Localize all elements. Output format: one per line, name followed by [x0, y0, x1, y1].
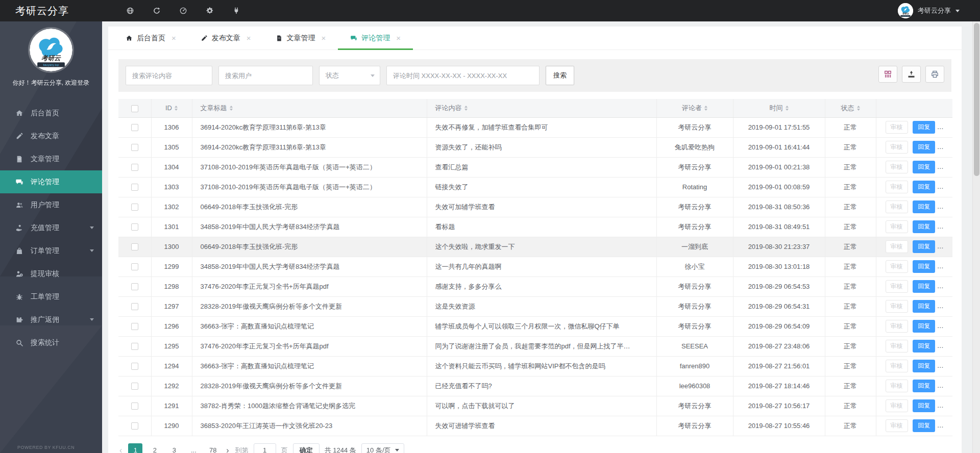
page-size-select[interactable]: 10 条/页 [361, 443, 404, 453]
delete-button[interactable]: 删除 [940, 320, 952, 333]
comment-search-input[interactable] [126, 66, 212, 85]
row-checkbox[interactable] [131, 263, 138, 270]
row-checkbox[interactable] [131, 422, 138, 430]
delete-button[interactable]: 删除 [940, 181, 952, 193]
reply-button[interactable]: 回复 [913, 419, 935, 432]
delete-button[interactable]: 删除 [940, 260, 952, 273]
row-checkbox[interactable] [131, 243, 138, 250]
delete-button[interactable]: 删除 [940, 141, 952, 154]
review-button[interactable]: 审核 [886, 320, 908, 333]
settings-gear-icon[interactable] [206, 7, 214, 15]
review-button[interactable]: 审核 [886, 161, 908, 173]
goto-page-input[interactable] [254, 443, 276, 453]
close-icon[interactable]: × [396, 34, 401, 42]
status-select[interactable]: 状态 [319, 66, 380, 85]
row-checkbox[interactable] [131, 164, 138, 171]
sort-icon[interactable] [786, 104, 789, 112]
sort-icon[interactable] [230, 104, 233, 112]
reply-button[interactable]: 回复 [913, 360, 935, 372]
row-checkbox[interactable] [131, 383, 138, 390]
reply-button[interactable]: 回复 [913, 121, 935, 134]
review-button[interactable]: 审核 [886, 399, 908, 412]
delete-button[interactable]: 删除 [940, 240, 952, 253]
close-icon[interactable]: × [172, 34, 176, 42]
reply-button[interactable]: 回复 [913, 260, 935, 273]
comment-time-input[interactable] [386, 66, 540, 85]
reply-button[interactable]: 回复 [913, 300, 935, 313]
sort-icon[interactable] [857, 104, 860, 112]
review-button[interactable]: 审核 [886, 181, 908, 193]
dashboard-icon[interactable] [179, 7, 187, 15]
refresh-icon[interactable] [153, 7, 161, 15]
review-button[interactable]: 审核 [886, 300, 908, 313]
row-checkbox[interactable] [131, 124, 138, 131]
close-icon[interactable]: × [247, 34, 251, 42]
row-checkbox[interactable] [131, 184, 138, 191]
reply-button[interactable]: 回复 [913, 380, 935, 392]
page-button[interactable]: 2 [148, 443, 162, 453]
row-checkbox[interactable] [131, 402, 138, 410]
reply-button[interactable]: 回复 [913, 220, 935, 233]
delete-button[interactable]: 删除 [940, 161, 952, 173]
row-checkbox[interactable] [131, 144, 138, 151]
row-checkbox[interactable] [131, 303, 138, 310]
row-checkbox[interactable] [131, 283, 138, 290]
review-button[interactable]: 审核 [886, 280, 908, 293]
prev-page-button[interactable]: ‹ [118, 446, 123, 453]
reply-button[interactable]: 回复 [913, 280, 935, 293]
reply-button[interactable]: 回复 [913, 181, 935, 193]
reply-button[interactable]: 回复 [913, 320, 935, 333]
delete-button[interactable]: 删除 [940, 340, 952, 353]
sort-icon[interactable] [464, 104, 468, 112]
delete-button[interactable]: 删除 [940, 280, 952, 293]
delete-button[interactable]: 删除 [940, 300, 952, 313]
review-button[interactable]: 审核 [886, 240, 908, 253]
tab[interactable]: 评论管理 × [338, 27, 413, 49]
sidebar-item[interactable]: 文章管理 [0, 147, 102, 170]
review-button[interactable]: 审核 [886, 220, 908, 233]
sidebar-item[interactable]: 充值管理 [0, 216, 102, 239]
close-icon[interactable]: × [322, 34, 326, 42]
review-button[interactable]: 审核 [886, 380, 908, 392]
sidebar-item[interactable]: 订单管理 [0, 239, 102, 262]
sidebar-item[interactable]: 用户管理 [0, 193, 102, 216]
delete-button[interactable]: 删除 [940, 200, 952, 213]
delete-button[interactable]: 删除 [940, 380, 952, 392]
row-checkbox[interactable] [131, 223, 138, 231]
row-checkbox[interactable] [131, 323, 138, 330]
delete-button[interactable]: 删除 [940, 360, 952, 372]
sidebar-item[interactable]: 后台首页 [0, 102, 102, 124]
confirm-button[interactable]: 确定 [293, 443, 320, 453]
print-button[interactable] [925, 66, 944, 83]
review-button[interactable]: 审核 [886, 141, 908, 154]
export-button[interactable] [902, 66, 921, 83]
delete-button[interactable]: 删除 [940, 399, 952, 412]
globe-icon[interactable] [126, 7, 134, 15]
tab[interactable]: 后台首页 × [113, 27, 188, 49]
delete-button[interactable]: 删除 [940, 220, 952, 233]
sidebar-item[interactable]: 发布文章 [0, 124, 102, 147]
review-button[interactable]: 审核 [886, 260, 908, 273]
review-button[interactable]: 审核 [886, 121, 908, 134]
review-button[interactable]: 审核 [886, 360, 908, 372]
sidebar-item[interactable]: 工单管理 [0, 285, 102, 308]
tab[interactable]: 发布文章 × [188, 27, 263, 49]
sort-icon[interactable] [704, 104, 707, 112]
reply-button[interactable]: 回复 [913, 141, 935, 154]
next-page-button[interactable]: › [225, 446, 230, 453]
review-button[interactable]: 审核 [886, 419, 908, 432]
reply-button[interactable]: 回复 [913, 240, 935, 253]
page-button[interactable]: 1 [128, 443, 142, 453]
columns-toggle-button[interactable] [878, 66, 897, 83]
sidebar-item[interactable]: 提现审核 [0, 262, 102, 285]
delete-button[interactable]: 删除 [940, 121, 952, 134]
select-all-checkbox[interactable] [131, 105, 138, 112]
review-button[interactable]: 审核 [886, 200, 908, 213]
row-checkbox[interactable] [131, 343, 138, 350]
row-checkbox[interactable] [131, 204, 138, 211]
search-button[interactable]: 搜索 [546, 66, 574, 85]
reply-button[interactable]: 回复 [913, 161, 935, 173]
sidebar-item[interactable]: 搜索统计 [0, 331, 102, 354]
user-menu[interactable]: 考研云分享 [898, 3, 960, 18]
page-button[interactable]: 78 [206, 443, 220, 453]
